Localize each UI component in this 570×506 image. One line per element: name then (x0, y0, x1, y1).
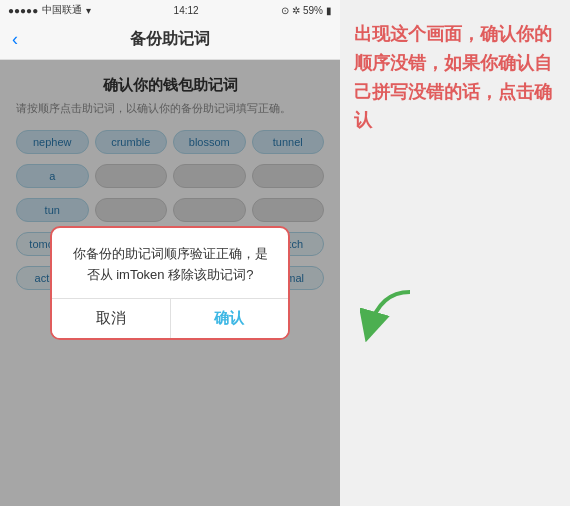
carrier-label: 中国联通 (42, 3, 82, 17)
signal-dots: ●●●●● (8, 5, 38, 16)
status-right: ⊙ ✲ 59% ▮ (281, 5, 332, 16)
phone-mockup: ●●●●● 中国联通 ▾ 14:12 ⊙ ✲ 59% ▮ ‹ 备份助记词 确认你… (0, 0, 340, 506)
dialog-overlay: 你备份的助记词顺序验证正确，是否从 imToken 移除该助记词? 取消 确认 (0, 60, 340, 506)
status-bar: ●●●●● 中国联通 ▾ 14:12 ⊙ ✲ 59% ▮ (0, 0, 340, 20)
nav-bar: ‹ 备份助记词 (0, 20, 340, 60)
wifi-icon: ▾ (86, 5, 91, 16)
dialog-ok-button[interactable]: 确认 (171, 299, 289, 338)
battery-label: 59% (303, 5, 323, 16)
annotation-text: 出现这个画面，确认你的顺序没错，如果你确认自己拼写没错的话，点击确认 (354, 20, 556, 135)
arrow-container (360, 282, 420, 346)
dialog-box: 你备份的助记词顺序验证正确，是否从 imToken 移除该助记词? 取消 确认 (50, 226, 290, 340)
bluetooth-icon: ✲ (292, 5, 300, 16)
alarm-icon: ⊙ (281, 5, 289, 16)
dialog-message: 你备份的助记词顺序验证正确，是否从 imToken 移除该助记词? (68, 244, 272, 286)
status-left: ●●●●● 中国联通 ▾ (8, 3, 91, 17)
main-content: 确认你的钱包助记词 请按顺序点击助记词，以确认你的备份助记词填写正确。 neph… (0, 60, 340, 506)
dialog-buttons: 取消 确认 (52, 298, 288, 338)
annotation-section: 出现这个画面，确认你的顺序没错，如果你确认自己拼写没错的话，点击确认 (340, 0, 570, 506)
battery-icon: ▮ (326, 5, 332, 16)
back-button[interactable]: ‹ (12, 29, 18, 50)
nav-title: 备份助记词 (130, 29, 210, 50)
dialog-cancel-button[interactable]: 取消 (52, 299, 171, 338)
time-label: 14:12 (174, 5, 199, 16)
arrow-icon (360, 282, 420, 342)
dialog-content: 你备份的助记词顺序验证正确，是否从 imToken 移除该助记词? (52, 228, 288, 298)
